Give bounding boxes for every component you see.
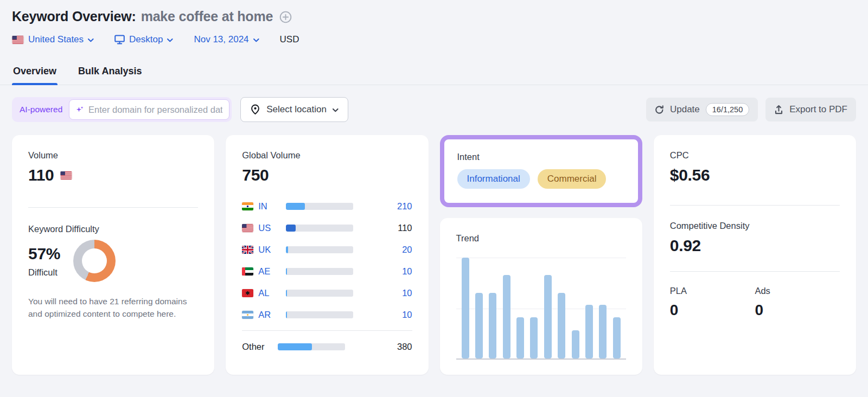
country-code-link[interactable]: AL bbox=[258, 288, 278, 298]
country-volume-value[interactable]: 10 bbox=[358, 266, 412, 277]
export-pdf-button[interactable]: Export to PDF bbox=[765, 98, 856, 121]
page-title: Keyword Overview: make coffee at home bbox=[12, 9, 273, 24]
country-volume-row: AL 10 bbox=[242, 282, 412, 304]
us-flag-icon bbox=[12, 36, 24, 44]
intent-label: Intent bbox=[457, 152, 625, 162]
country-volume-value[interactable]: 10 bbox=[358, 288, 412, 298]
global-volume-total: 750 bbox=[242, 166, 412, 184]
country-code-link[interactable]: AR bbox=[258, 310, 278, 320]
chevron-down-icon bbox=[167, 39, 173, 42]
kd-note: You will need to have 21 referring domai… bbox=[28, 295, 198, 321]
country-volume-value[interactable]: 210 bbox=[358, 201, 412, 212]
us-flag-icon bbox=[242, 224, 253, 232]
domain-input-box[interactable] bbox=[69, 99, 229, 120]
country-code-link[interactable]: US bbox=[258, 223, 278, 233]
country-code-link[interactable]: AE bbox=[258, 266, 278, 277]
tab-overview[interactable]: Overview bbox=[12, 61, 58, 85]
desktop-icon bbox=[114, 35, 125, 44]
sparkle-icon bbox=[76, 106, 84, 113]
trend-bar bbox=[585, 305, 593, 358]
country-volume-bar-fill bbox=[286, 311, 287, 318]
country-volume-row: UK 20 bbox=[242, 239, 412, 260]
update-label: Update bbox=[670, 104, 700, 115]
location-pin-icon bbox=[250, 104, 260, 115]
ae-flag-icon bbox=[242, 267, 253, 276]
country-code-link[interactable]: IN bbox=[258, 201, 278, 212]
other-bar-fill bbox=[278, 343, 312, 350]
trend-bar bbox=[530, 317, 538, 358]
toolbar: AI-powered Select location Update 16/1,2… bbox=[12, 97, 856, 122]
country-volume-bar-fill bbox=[286, 225, 296, 232]
country-volume-bar-fill bbox=[286, 268, 287, 275]
pla-value: 0 bbox=[670, 302, 755, 319]
competitive-density-label: Competitive Density bbox=[670, 221, 840, 231]
keyword-text: make coffee at home bbox=[141, 9, 273, 24]
intent-pills: Informational Commercial bbox=[457, 169, 625, 189]
country-selector[interactable]: United States bbox=[12, 34, 94, 45]
trend-bar bbox=[572, 330, 579, 358]
cpc-value: $0.56 bbox=[670, 166, 840, 184]
ai-powered-badge: AI-powered bbox=[20, 105, 62, 114]
cpc-label: CPC bbox=[670, 150, 840, 161]
volume-value: 110 bbox=[28, 166, 54, 184]
trend-bar bbox=[503, 275, 510, 358]
country-volume-bar-fill bbox=[286, 246, 288, 253]
add-keyword-icon[interactable] bbox=[279, 11, 292, 23]
toolbar-right-group: Update 16/1,250 Export to PDF bbox=[646, 98, 856, 121]
country-volume-value[interactable]: 10 bbox=[358, 310, 412, 320]
export-icon bbox=[774, 105, 783, 114]
global-volume-rows: IN 210 US 110 UK 20 bbox=[242, 195, 412, 357]
global-volume-card: Global Volume 750 IN 210 US 110 UK bbox=[226, 135, 428, 375]
export-pdf-label: Export to PDF bbox=[789, 104, 847, 115]
tab-bulk-analysis[interactable]: Bulk Analysis bbox=[77, 61, 143, 85]
intent-pill-informational: Informational bbox=[457, 169, 530, 189]
country-selector-label: United States bbox=[28, 34, 84, 45]
other-volume-bar bbox=[278, 343, 345, 350]
trend-bar bbox=[516, 317, 524, 358]
country-code-link[interactable]: UK bbox=[258, 245, 278, 255]
trend-card: Trend bbox=[440, 218, 642, 375]
cpc-card: CPC $0.56 Competitive Density 0.92 PLA 0… bbox=[654, 135, 856, 375]
country-volume-row: IN 210 bbox=[242, 195, 412, 217]
update-button[interactable]: Update 16/1,250 bbox=[646, 98, 758, 121]
country-volume-row: AR 10 bbox=[242, 304, 412, 325]
ai-domain-input-group: AI-powered bbox=[12, 97, 232, 122]
country-volume-row: AE 10 bbox=[242, 260, 412, 282]
other-volume-value: 380 bbox=[350, 342, 412, 352]
other-label: Other bbox=[242, 342, 270, 352]
intent-pill-commercial: Commercial bbox=[538, 169, 607, 189]
date-selector[interactable]: Nov 13, 2024 bbox=[194, 34, 259, 45]
select-location-button[interactable]: Select location bbox=[240, 97, 348, 122]
trend-bars bbox=[462, 258, 621, 358]
device-selector-label: Desktop bbox=[129, 34, 163, 45]
country-volume-bar-fill bbox=[286, 290, 287, 297]
country-volume-bar-fill bbox=[286, 203, 305, 210]
us-flag-icon bbox=[60, 171, 72, 180]
country-volume-bar bbox=[286, 268, 353, 275]
country-volume-bar bbox=[286, 225, 353, 232]
date-selector-label: Nov 13, 2024 bbox=[194, 34, 248, 45]
trend-bar bbox=[544, 275, 552, 358]
trend-bar bbox=[613, 317, 621, 358]
trend-bar bbox=[558, 293, 565, 358]
ar-flag-icon bbox=[242, 311, 253, 319]
filter-row: United States Desktop Nov 13, 2024 USD bbox=[12, 34, 856, 45]
trend-chart bbox=[456, 258, 626, 360]
chart-baseline bbox=[456, 358, 626, 360]
pla-label: PLA bbox=[670, 286, 755, 296]
domain-input[interactable] bbox=[88, 105, 222, 115]
country-volume-bar bbox=[286, 311, 353, 318]
al-flag-icon bbox=[242, 289, 253, 297]
trend-bar bbox=[475, 293, 483, 358]
device-selector[interactable]: Desktop bbox=[114, 34, 173, 45]
competitive-density-value: 0.92 bbox=[670, 236, 840, 255]
page-title-label: Keyword Overview: bbox=[12, 9, 136, 24]
update-quota-badge: 16/1,250 bbox=[706, 103, 749, 116]
country-volume-value[interactable]: 20 bbox=[358, 245, 412, 255]
chevron-down-icon bbox=[253, 39, 259, 42]
global-volume-label: Global Volume bbox=[242, 150, 412, 161]
trend-bar bbox=[489, 293, 496, 358]
other-volume-row: Other 380 bbox=[242, 336, 412, 357]
select-location-label: Select location bbox=[266, 104, 327, 115]
intent-card: Intent Informational Commercial bbox=[440, 135, 642, 207]
